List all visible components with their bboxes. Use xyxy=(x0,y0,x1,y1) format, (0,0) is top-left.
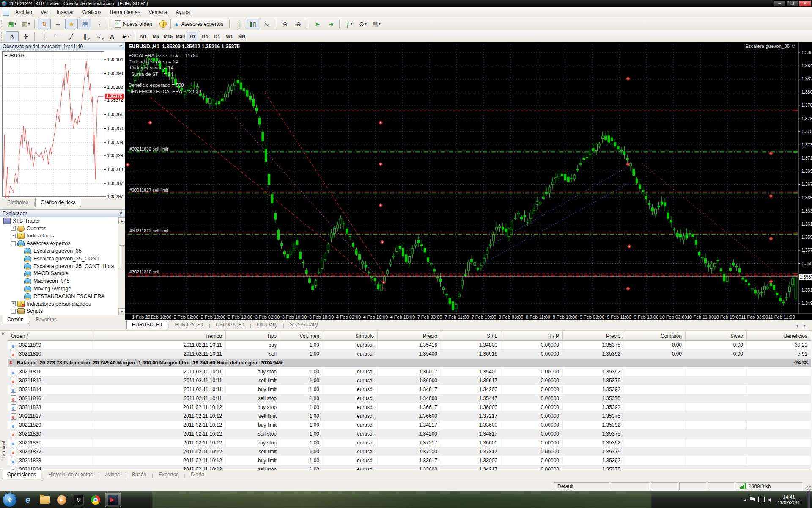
tray-volume-icon[interactable] xyxy=(768,498,771,502)
tree-item-escalera-guevon-35-cont[interactable]: Escalera guevon_35_CONT xyxy=(0,255,125,262)
tick-chart-panel[interactable]: 1.354041.353931.353821.353721.353611.353… xyxy=(0,50,125,199)
tree-item-indicadores-personalizados[interactable]: +ƒIndicadores personalizados xyxy=(0,300,125,308)
table-row[interactable]: 302118162011.02.11 10:11sell stop1.00eur… xyxy=(8,394,811,403)
data-window-icon[interactable]: ✛ xyxy=(52,19,64,29)
table-row[interactable]: 302118102011.02.11 10:11sell1.00eurusd.1… xyxy=(8,350,811,359)
tree-item-scripts[interactable]: −Scripts xyxy=(0,308,125,315)
chart-tab-scroll-icons[interactable]: ◄ ► xyxy=(795,323,812,328)
tree-item-macd-sample[interactable]: MACD Sample xyxy=(0,270,125,278)
indicators-list-icon[interactable]: ƒ▾ xyxy=(343,19,356,29)
templates-icon[interactable]: ▦▾ xyxy=(370,19,383,29)
terminal-close-icon[interactable]: ✕ xyxy=(1,332,5,337)
bar-chart-icon[interactable]: ║ xyxy=(233,19,246,29)
column-header-6[interactable]: S / L xyxy=(441,331,501,340)
channel-tool-icon[interactable]: ∥E xyxy=(79,31,91,41)
new-chart-icon[interactable]: ▦▾ xyxy=(6,19,19,29)
market-watch-toggle-icon[interactable]: ⇅ xyxy=(38,19,51,29)
table-row[interactable]: 302118142011.02.11 10:11buy limit1.00eur… xyxy=(8,385,811,394)
arrows-tool-icon[interactable]: ➤▾ xyxy=(119,31,132,41)
timeframe-mn[interactable]: MN xyxy=(236,32,247,41)
scroll-up-icon[interactable]: ▲ xyxy=(118,217,125,224)
tree-item-escalera-guevon-35-cont-hora[interactable]: Escalera guevon_35_CONT_Hora xyxy=(0,262,125,270)
profiles-icon[interactable]: ▥▾ xyxy=(19,19,32,29)
tree-item-asesores-expertos[interactable]: −Asesores expertos xyxy=(0,240,125,247)
trendline-tool-icon[interactable]: ╱ xyxy=(65,31,78,41)
auto-scroll-icon[interactable]: ➤ xyxy=(311,19,324,29)
tree-item-restauracion-escalera[interactable]: RESTAURACION ESCALERA xyxy=(0,293,125,300)
terminal-tab-expertos[interactable]: Expertos xyxy=(153,470,184,479)
scroll-down-icon[interactable]: ▼ xyxy=(118,308,125,315)
tree-item-moving-average[interactable]: Moving Average xyxy=(0,285,125,293)
chart-window-icon[interactable] xyxy=(3,9,9,16)
menu-item-ver[interactable]: Ver xyxy=(36,8,52,17)
zoom-out-icon[interactable]: ⊖ xyxy=(292,19,305,29)
tree-expander-icon[interactable]: − xyxy=(11,309,16,314)
column-header-8[interactable]: Precio xyxy=(563,331,624,340)
tab-gr-fico-de-ticks[interactable]: Gráfico de ticks xyxy=(35,198,81,207)
taskbar-explorer-icon[interactable] xyxy=(37,493,52,507)
tree-item-machacon-045[interactable]: Machacon_045 xyxy=(0,277,125,285)
tray-network-icon[interactable] xyxy=(758,497,765,502)
crosshair-tool-icon[interactable]: ✛ xyxy=(19,31,32,41)
minimize-button[interactable]: ─ xyxy=(774,0,786,7)
show-desktop-button[interactable] xyxy=(807,491,810,508)
terminal-tab-historial-de-cuentas[interactable]: Historial de cuentas xyxy=(43,470,98,479)
tree-item-cuentas[interactable]: +Cuentas xyxy=(0,225,125,232)
tree-expander-icon[interactable]: + xyxy=(11,301,16,306)
table-row[interactable]: 302118272011.02.11 10:12sell limit1.00eu… xyxy=(8,412,811,421)
table-row[interactable]: 302118092011.02.11 10:11buy1.00eurusd.1.… xyxy=(8,341,811,350)
terminal-tab-operaciones[interactable]: Operaciones xyxy=(2,470,41,479)
tick-chart[interactable]: 1.354041.353931.353821.353721.353611.353… xyxy=(0,50,125,198)
table-row[interactable]: 302118292011.02.11 10:12buy limit1.00eur… xyxy=(8,421,811,430)
timeframe-m1[interactable]: M1 xyxy=(138,32,149,41)
terminal-toggle-icon[interactable]: ▤ xyxy=(79,19,91,29)
candlestick-chart-icon[interactable]: ▮▯ xyxy=(247,19,259,29)
navigator-close-icon[interactable]: ✕ xyxy=(117,211,125,215)
timeframe-h1[interactable]: H1 xyxy=(187,32,198,41)
restore-button[interactable]: ❐ xyxy=(786,0,798,7)
menu-item-insertar[interactable]: Insertar xyxy=(52,8,78,17)
taskbar-media-player-icon[interactable]: ▶ xyxy=(54,493,69,507)
column-header-2[interactable]: Tipo xyxy=(226,331,280,340)
tray-flag-icon[interactable] xyxy=(750,497,755,502)
chart-tab-usdjpy-h1[interactable]: USDJPY.,H1 xyxy=(210,320,250,329)
table-row[interactable]: 302118322011.02.11 10:12sell limit1.00eu… xyxy=(8,447,811,456)
market-watch-close-icon[interactable]: ✕ xyxy=(117,44,125,49)
balance-row[interactable]: ⬇Balance: 20 773.78 Patrimonio: 20 749.4… xyxy=(8,359,811,367)
column-header-4[interactable]: Símbolo xyxy=(323,331,378,340)
taskbar-clock[interactable]: 14:41 11/02/2011 xyxy=(774,494,804,505)
scrollbar-thumb[interactable] xyxy=(119,245,125,268)
tab-s-mbolos[interactable]: Símbolos xyxy=(2,198,34,207)
tray-expand-icon[interactable]: ▲ xyxy=(743,498,747,502)
chart-tab-eurjpy-h1[interactable]: EURJPY.,H1 xyxy=(170,320,209,329)
horizontal-line-tool-icon[interactable]: — xyxy=(52,31,64,41)
vertical-line-tool-icon[interactable]: │ xyxy=(38,31,51,41)
timeframe-w1[interactable]: W1 xyxy=(224,32,235,41)
terminal-tab-avisos[interactable]: Avisos xyxy=(99,470,125,479)
chart-tab-spa35-daily[interactable]: SPA35,Daily xyxy=(284,320,323,329)
price-chart[interactable]: 1 Feb 20111 Feb 18:002 Feb 02:002 Feb 10… xyxy=(125,42,812,320)
expert-advisors-button[interactable]: ▲Asesores expertos xyxy=(170,19,227,29)
column-header-1[interactable]: Tiempo xyxy=(93,331,226,340)
tab-favoritos[interactable]: Favoritos xyxy=(30,315,62,324)
column-header-3[interactable]: Volumen xyxy=(280,331,323,340)
taskbar-internet-explorer-icon[interactable]: e xyxy=(20,493,36,507)
menu-item-ayuda[interactable]: Ayuda xyxy=(171,8,194,17)
timeframe-m30[interactable]: M30 xyxy=(175,32,186,41)
start-button[interactable]: ❖ xyxy=(3,493,17,507)
tree-expander-icon[interactable]: + xyxy=(11,234,16,238)
column-header-10[interactable]: Swap xyxy=(686,331,747,340)
table-row[interactable]: 302118302011.02.11 10:12sell stop1.00eur… xyxy=(8,430,811,439)
tree-item-indicadores[interactable]: +ƒIndicadores xyxy=(0,232,125,240)
periods-icon[interactable]: ⊙▾ xyxy=(357,19,369,29)
column-header-0[interactable]: Orden / xyxy=(8,331,93,340)
fibonacci-tool-icon[interactable]: ≈F xyxy=(92,31,105,41)
taskbar-xtb-trader-icon[interactable] xyxy=(105,493,121,507)
table-row[interactable]: 302118112011.02.11 10:11buy stop1.00euru… xyxy=(8,367,811,376)
tab-com-n[interactable]: Común xyxy=(2,315,29,324)
chart-tab-oil-daily[interactable]: OIL,Daily xyxy=(251,320,283,329)
taskbar-metaeditor-icon[interactable]: fx xyxy=(71,493,86,507)
tree-item-escalera-guevon-35[interactable]: Escalera guevon_35 xyxy=(0,247,125,255)
tree-expander-icon[interactable]: + xyxy=(11,226,16,231)
text-tool-icon[interactable]: A xyxy=(106,31,118,41)
